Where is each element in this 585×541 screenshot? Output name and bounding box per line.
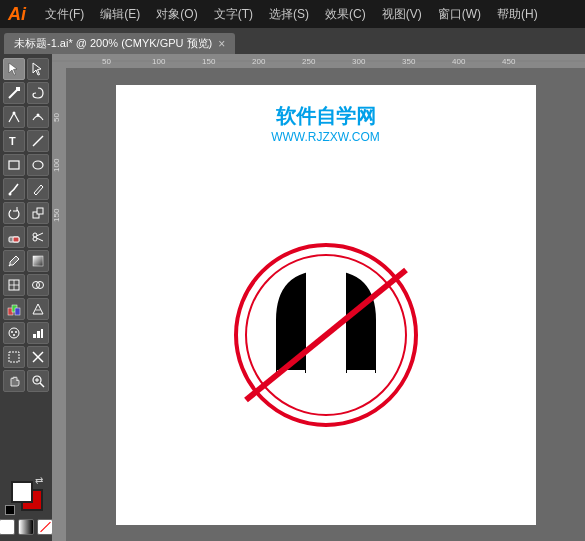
perspective-tool[interactable]	[27, 298, 49, 320]
svg-rect-8	[9, 161, 19, 169]
tool-row-type: T	[0, 130, 52, 152]
svg-line-11	[34, 193, 36, 195]
svg-rect-29	[15, 308, 20, 315]
rectangle-tool[interactable]	[3, 154, 25, 176]
svg-rect-67	[347, 370, 375, 390]
menu-object[interactable]: 对象(O)	[149, 4, 204, 25]
artboard-tool[interactable]	[3, 346, 25, 368]
ellipse-tool[interactable]	[27, 154, 49, 176]
no-magnet-graphic	[221, 225, 431, 435]
rotate-tool[interactable]	[3, 202, 25, 224]
watermark-title: 软件自学网	[271, 103, 380, 130]
toolbar: T	[0, 54, 52, 541]
tool-row-mesh	[0, 274, 52, 296]
tool-row-artboard	[0, 346, 52, 368]
svg-text:50: 50	[52, 113, 61, 122]
scissors-tool[interactable]	[27, 226, 49, 248]
tool-row-livepaint	[0, 298, 52, 320]
tool-row-pen	[0, 106, 52, 128]
mesh-tool[interactable]	[3, 274, 25, 296]
magnet-shape	[276, 270, 376, 390]
gradient-tool[interactable]	[27, 250, 49, 272]
svg-point-34	[15, 331, 17, 333]
gradient-mode[interactable]	[18, 519, 34, 535]
watermark-overlay: 软件自学网 WWW.RJZXW.COM	[271, 103, 380, 144]
svg-rect-38	[41, 329, 43, 338]
type-tool[interactable]: T	[3, 130, 25, 152]
tool-row-selection	[0, 58, 52, 80]
tool-row-brush	[0, 178, 52, 200]
menu-help[interactable]: 帮助(H)	[490, 4, 545, 25]
svg-point-10	[9, 193, 12, 196]
canvas-document: 软件自学网 WWW.RJZXW.COM	[116, 85, 536, 525]
direct-selection-tool[interactable]	[27, 58, 49, 80]
tool-row-shapes	[0, 154, 52, 176]
svg-point-33	[11, 331, 13, 333]
color-mode-row	[0, 519, 52, 535]
active-tab[interactable]: 未标题-1.ai* @ 200% (CMYK/GPU 预览) ×	[4, 33, 235, 54]
svg-point-32	[9, 328, 19, 338]
svg-text:100: 100	[52, 158, 61, 172]
tool-row-hand	[0, 370, 52, 392]
tool-row-symbol	[0, 322, 52, 344]
tab-label: 未标题-1.ai* @ 200% (CMYK/GPU 预览)	[14, 36, 212, 51]
lasso-tool[interactable]	[27, 82, 49, 104]
color-section: ⇄	[0, 477, 52, 541]
svg-line-20	[9, 265, 10, 266]
paintbrush-tool[interactable]	[3, 178, 25, 200]
svg-rect-21	[33, 256, 43, 266]
chart-tool[interactable]	[27, 322, 49, 344]
tab-close-button[interactable]: ×	[218, 38, 225, 50]
shape-builder-tool[interactable]	[27, 274, 49, 296]
svg-line-2	[9, 90, 17, 98]
svg-line-19	[37, 238, 44, 241]
menu-view[interactable]: 视图(V)	[375, 4, 429, 25]
svg-text:200: 200	[252, 57, 266, 66]
fill-color-box[interactable]	[11, 481, 33, 503]
pencil-tool[interactable]	[27, 178, 49, 200]
svg-point-4	[13, 112, 16, 115]
svg-rect-39	[9, 352, 19, 362]
none-mode[interactable]	[37, 519, 52, 535]
slice-tool[interactable]	[27, 346, 49, 368]
svg-text:T: T	[9, 135, 16, 147]
menu-file[interactable]: 文件(F)	[38, 4, 91, 25]
curvature-tool[interactable]	[27, 106, 49, 128]
line-tool[interactable]	[27, 130, 49, 152]
svg-marker-1	[33, 63, 41, 75]
menu-window[interactable]: 窗口(W)	[431, 4, 488, 25]
swap-colors-icon[interactable]: ⇄	[35, 475, 47, 487]
menu-select[interactable]: 选择(S)	[262, 4, 316, 25]
svg-rect-13	[37, 208, 43, 214]
pen-tool[interactable]	[3, 106, 25, 128]
menu-type[interactable]: 文字(T)	[207, 4, 260, 25]
canvas-area[interactable]: 50 100 150 200 250 300 350 400 450 50 10…	[52, 54, 585, 541]
menu-edit[interactable]: 编辑(E)	[93, 4, 147, 25]
tool-row-wand	[0, 82, 52, 104]
menu-effect[interactable]: 效果(C)	[318, 4, 373, 25]
svg-text:150: 150	[202, 57, 216, 66]
scale-tool[interactable]	[27, 202, 49, 224]
symbol-tool[interactable]	[3, 322, 25, 344]
svg-marker-0	[9, 63, 17, 75]
eraser-tool[interactable]	[3, 226, 25, 248]
svg-rect-37	[37, 331, 40, 338]
svg-rect-36	[33, 334, 36, 338]
magic-wand-tool[interactable]	[3, 82, 25, 104]
selection-tool[interactable]	[3, 58, 25, 80]
svg-text:400: 400	[452, 57, 466, 66]
solid-color-mode[interactable]	[0, 519, 15, 535]
hand-tool[interactable]	[3, 370, 25, 392]
svg-rect-65	[306, 270, 346, 385]
default-colors-icon[interactable]	[5, 505, 15, 515]
zoom-tool[interactable]	[27, 370, 49, 392]
tab-bar: 未标题-1.ai* @ 200% (CMYK/GPU 预览) ×	[0, 28, 585, 54]
live-paint-tool[interactable]	[3, 298, 25, 320]
app-logo: Ai	[8, 4, 26, 25]
tool-row-eyedropper	[0, 250, 52, 272]
svg-point-17	[33, 237, 37, 241]
eyedropper-tool[interactable]	[3, 250, 25, 272]
title-bar: Ai 文件(F) 编辑(E) 对象(O) 文字(T) 选择(S) 效果(C) 视…	[0, 0, 585, 28]
svg-marker-30	[33, 304, 43, 314]
tool-row-transform	[0, 202, 52, 224]
